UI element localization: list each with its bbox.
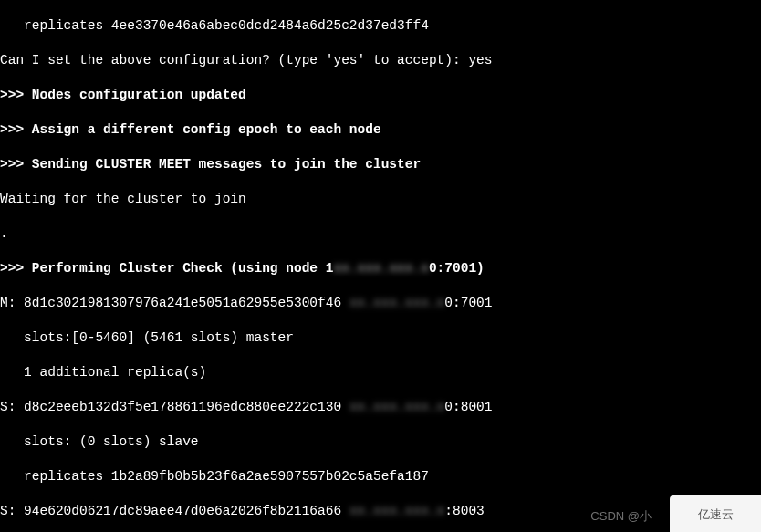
output-line: Waiting for the cluster to join [0,191,761,208]
output-line: 1 additional replica(s) [0,364,761,381]
text: :8003 [444,504,485,518]
text: S: 94e620d06217dc89aee47d0e6a2026f8b2116… [0,504,349,518]
output-line: >>> Sending CLUSTER MEET messages to joi… [0,156,761,173]
redacted-ip: xx.xxx.xxx.x [333,261,428,276]
text: 0:8001 [444,400,492,414]
csdn-watermark: CSDN @小 [590,507,652,525]
terminal-output: replicates 4ee3370e46a6abec0dcd2484a6d25… [0,0,761,532]
output-line: >>> Nodes configuration updated [0,87,761,104]
yisu-watermark: 亿速云 [670,495,761,532]
output-line: replicates 4ee3370e46a6abec0dcd2484a6d25… [0,17,761,35]
output-line: slots: (0 slots) slave [0,433,761,451]
output-line: >>> Assign a different config epoch to e… [0,121,761,139]
output-line: >>> Performing Cluster Check (using node… [0,260,761,277]
output-line: Can I set the above configuration? (type… [0,52,761,69]
output-line: replicates 1b2a89fb0b5b23f6a2ae5907557b0… [0,468,761,485]
text: 0:7001 [444,296,492,310]
output-line: S: d8c2eeeb132d3f5e178861196edc880ee222c… [0,399,761,416]
text: M: 8d1c3021981307976a241e5051a62955e5300… [0,296,349,310]
redacted-ip: xx.xxx.xxx.x [349,504,444,518]
text: 0:7001) [429,261,485,276]
redacted-ip: xx.xxx.xxx.x [349,296,444,310]
output-line: slots:[0-5460] (5461 slots) master [0,329,761,347]
output-line: M: 8d1c3021981307976a241e5051a62955e5300… [0,295,761,312]
output-line: . [0,225,761,243]
text: >>> Performing Cluster Check (using node… [0,261,333,276]
text: S: d8c2eeeb132d3f5e178861196edc880ee222c… [0,400,349,414]
redacted-ip: xx.xxx.xxx.x [349,400,444,414]
